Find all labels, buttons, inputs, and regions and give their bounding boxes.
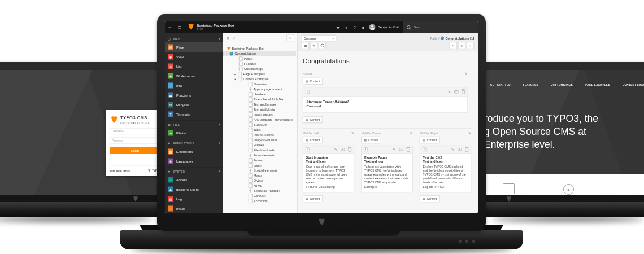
username-field[interactable]	[110, 128, 160, 134]
login-button[interactable]: Login	[110, 147, 160, 154]
edit-icon[interactable]: ✎	[334, 148, 337, 151]
delete-icon[interactable]	[465, 148, 469, 152]
content-element-body[interactable]: Example Pages Text and Icon To help get …	[362, 154, 412, 192]
module-item-workspaces[interactable]: ◈Workspaces	[165, 71, 223, 81]
section-admin-tools[interactable]: ✚ADMIN TOOLS▾	[165, 139, 223, 147]
tree-item-home[interactable]: Home	[223, 56, 296, 62]
refresh-tree-button[interactable]: ↻	[287, 34, 294, 41]
tree-item-any-language[interactable]: Any language, any character	[223, 117, 296, 122]
module-item-filelist[interactable]: ☁Filelist	[165, 128, 223, 138]
workspace-icon[interactable]: ■	[359, 25, 368, 29]
tree-item-accordion[interactable]: Accordion	[223, 199, 296, 204]
filter-icon[interactable]: ▽	[233, 36, 236, 40]
clear-cache-button[interactable]: ϟ	[450, 42, 457, 49]
expand-icon[interactable]: ▸	[234, 73, 237, 76]
user-avatar[interactable]	[369, 24, 376, 30]
tree-item-features[interactable]: Features	[223, 62, 296, 67]
module-list-icon[interactable]: ≣	[175, 21, 184, 33]
visibility-icon[interactable]	[341, 148, 345, 151]
tree-item-bootstrap-package[interactable]: ╪Bootstrap Package	[223, 189, 296, 194]
module-item-view[interactable]: ◉View	[165, 52, 223, 62]
edit-page-button[interactable]: ✎	[310, 42, 317, 49]
tree-item-customizings[interactable]: Customizings	[223, 67, 296, 72]
nav-features[interactable]: FEATURES	[523, 84, 538, 86]
delete-icon[interactable]	[407, 148, 410, 152]
module-item-install[interactable]: +Install	[165, 204, 223, 213]
section-web[interactable]: ▢WEB▾	[165, 35, 223, 42]
module-item-extensions[interactable]: ▦Extensions	[165, 147, 223, 156]
tree-item-headers[interactable]: Headers	[223, 92, 296, 97]
nav-get-started[interactable]: GET STARTED	[490, 84, 511, 86]
module-item-functions[interactable]: ▬Functions	[165, 90, 223, 100]
section-file[interactable]: ▣FILE▾	[165, 121, 223, 129]
tree-item-html[interactable]: HTML	[223, 183, 296, 189]
tree-item-images-with-links[interactable]: Images with links	[223, 138, 296, 143]
tree-item-text-and-media[interactable]: Text and Media	[223, 107, 296, 112]
collapse-icon[interactable]: ▾	[234, 78, 237, 81]
tree-item-divider[interactable]: Divider	[223, 178, 296, 183]
edit-column-icon[interactable]: ✎	[468, 132, 471, 135]
new-content-button[interactable]: ▦Content	[303, 195, 323, 202]
tree-item-login[interactable]: Login	[223, 163, 296, 168]
new-content-button[interactable]: ▦Content	[362, 137, 381, 143]
tree-item-special-elements[interactable]: ╪Special elements	[223, 168, 296, 173]
bookmark-star-icon[interactable]: ★	[334, 25, 342, 29]
new-page-icon[interactable]: ▤	[227, 36, 230, 40]
tree-item-forms[interactable]: Forms	[223, 158, 296, 163]
content-element-body[interactable]: Start browsing Text and Icon Grab a cup …	[303, 154, 354, 192]
tree-item-frames[interactable]: Frames	[223, 143, 296, 148]
new-content-button[interactable]: ▦Content	[420, 195, 440, 202]
module-item-recycler[interactable]: ↻Recycler	[165, 100, 223, 110]
module-item-log[interactable]: ▤Log	[165, 194, 223, 204]
edit-column-icon[interactable]: ✎	[351, 132, 354, 135]
module-item-access[interactable]: ∩Access	[165, 175, 223, 185]
tree-item-file-downloads[interactable]: File downloads	[223, 148, 296, 153]
tree-item-page-examples[interactable]: ▸Page Examples	[223, 72, 296, 77]
new-content-button[interactable]: ▦Content	[420, 137, 440, 143]
tree-item-content-examples[interactable]: ▾Content Examples	[223, 77, 296, 82]
tree-item-text-and-images[interactable]: Text and Images	[223, 102, 296, 107]
tree-item-bullet-list[interactable]: Bullet List	[223, 122, 296, 128]
edit-icon[interactable]: ✎	[448, 90, 451, 94]
module-item-template[interactable]: TTemplate	[165, 110, 223, 119]
nav-content-examples[interactable]: CONTENT EXAMPLES	[623, 84, 644, 86]
visibility-icon[interactable]	[454, 90, 459, 94]
section-system[interactable]: ✱SYSTEM▾	[165, 168, 223, 176]
more-about-link[interactable]: More about TYPO3	[110, 169, 130, 172]
tree-item-root[interactable]: Bootstrap Package Box	[223, 46, 296, 51]
collapse-icon[interactable]: ▾	[225, 52, 228, 55]
edit-column-icon[interactable]: ✎	[465, 72, 468, 76]
delete-icon[interactable]	[462, 90, 465, 94]
view-mode-select[interactable]: Columns▾	[302, 35, 336, 41]
edit-icon[interactable]: ✎	[451, 148, 454, 151]
edit-icon[interactable]: ✎	[393, 148, 395, 151]
new-content-button[interactable]: ▦Content	[303, 137, 323, 143]
tree-item-rich-text[interactable]: Examples of Rich Text	[223, 97, 296, 102]
visibility-icon[interactable]	[399, 148, 404, 151]
module-item-backend-users[interactable]: ♟Backend users	[165, 185, 223, 194]
search-input[interactable]	[413, 25, 456, 29]
search-button[interactable]	[319, 42, 326, 49]
new-content-button[interactable]: ▦Content	[303, 78, 323, 85]
help-button[interactable]: ?	[467, 42, 474, 49]
module-item-page[interactable]: ▤Page	[165, 42, 223, 52]
nav-page-examples[interactable]: PAGE EXAMPLES	[585, 84, 610, 86]
nav-customizings[interactable]: CUSTOMIZINGS	[551, 84, 573, 86]
edit-column-icon[interactable]: ✎	[410, 132, 412, 135]
tree-item-menu[interactable]: Menu	[223, 173, 296, 178]
clear-cache-bolt-icon[interactable]: ϟ	[342, 25, 351, 29]
new-content-button[interactable]: ▦Content	[303, 116, 323, 123]
visibility-icon[interactable]	[458, 148, 462, 151]
tree-item-typical-page-content[interactable]: ╪Typical page content	[223, 87, 296, 92]
tree-item-carousel[interactable]: Carousel	[223, 194, 296, 199]
module-item-list[interactable]: ≡List	[165, 62, 223, 71]
tree-item-image-groups[interactable]: Image groups	[223, 112, 296, 117]
module-item-info[interactable]: iInfo	[165, 81, 223, 90]
user-name[interactable]: Benjamin Kott	[378, 25, 399, 29]
content-element-body[interactable]: Startpage Teaser [Hidden] Carousel	[303, 97, 468, 113]
password-field[interactable]	[110, 138, 160, 144]
help-icon[interactable]: ?	[351, 25, 359, 29]
tree-item-overview[interactable]: Overview	[223, 82, 296, 87]
menu-toggle-icon[interactable]: ≡	[165, 21, 175, 33]
module-item-languages[interactable]: ⊕Languages	[165, 156, 223, 166]
